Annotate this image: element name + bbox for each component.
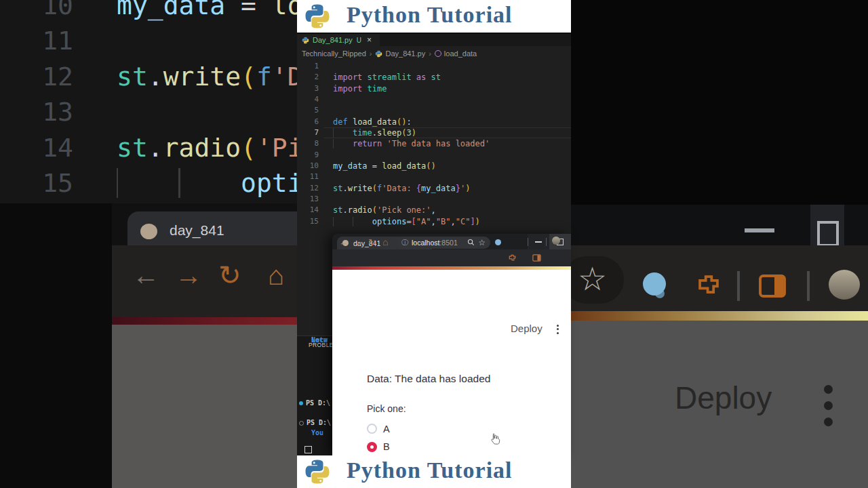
code-line: 12st.write(f'Data: {my_data}')	[297, 183, 571, 194]
code-token: opti	[241, 168, 297, 198]
line-number: 15	[297, 216, 319, 227]
code-token: load_data	[382, 161, 426, 171]
data-output-text: Data: The data has loaded	[367, 373, 490, 385]
code-token: ,	[450, 217, 455, 226]
screenshot-stage: 10my_data = loa1112st.write(f'Da1314st.r…	[0, 0, 868, 488]
code-token: }	[456, 184, 460, 193]
code-token: :	[406, 117, 411, 127]
code-token: st	[333, 205, 342, 215]
background-editor-left: 10my_data = loa1112st.write(f'Da1314st.r…	[0, 0, 297, 203]
bookmark-star-icon: ☆	[578, 263, 607, 296]
forward-icon[interactable]: →	[354, 237, 363, 248]
code-token: write	[163, 62, 241, 92]
code-token: def	[333, 117, 348, 127]
background-deploy-label: Deploy	[675, 380, 772, 416]
breadcrumb-symbol[interactable]: load_data	[444, 49, 477, 58]
terminal-bullet-icon	[299, 421, 304, 426]
code-text: time.sleep(3)	[333, 127, 416, 138]
radio-option[interactable]: B	[367, 441, 390, 452]
kebab-menu-icon[interactable]	[557, 325, 559, 336]
favicon-icon	[140, 224, 157, 239]
radio-selected-icon[interactable]	[367, 442, 377, 452]
kebab-menu-icon	[824, 418, 833, 426]
code-text: import time	[333, 83, 387, 94]
line-number: 1	[297, 61, 319, 72]
code-token: (	[401, 128, 406, 138]
reload-icon: ↻	[218, 262, 241, 289]
side-panel-icon[interactable]	[532, 253, 542, 263]
line-number: 4	[297, 94, 319, 105]
code-line: 13	[297, 194, 571, 205]
radio-option-label: A	[383, 424, 390, 434]
code-token: 'Da	[272, 62, 297, 92]
code-token: radio	[348, 205, 372, 215]
site-info-icon[interactable]: ⓘ	[401, 238, 408, 247]
code-line: 6def load_data():	[297, 117, 571, 127]
code-token	[382, 139, 387, 148]
breadcrumb[interactable]: Technically_Ripped › Day_841.py › load_d…	[297, 46, 571, 61]
code-token: time	[368, 84, 387, 94]
code-token: )	[412, 128, 416, 138]
radio-option[interactable]: A	[367, 424, 390, 434]
code-editor[interactable]: 12import streamlit as st3import time456d…	[297, 61, 571, 227]
home-icon[interactable]: ⌂	[382, 237, 388, 248]
code-line: 15 options=["A","B","C"])	[297, 216, 571, 227]
breadcrumb-file[interactable]: Day_841.py	[385, 49, 425, 58]
line-number: 3	[297, 83, 319, 94]
code-line: 14st.radio('Pick one:',	[297, 205, 571, 216]
code-token: load_data	[353, 117, 397, 127]
profile-badge-icon	[643, 272, 666, 296]
hand-cursor-icon	[490, 432, 501, 445]
background-code-line: 11	[0, 23, 117, 58]
terminal-text: PS D:\	[307, 419, 331, 427]
line-number: 13	[297, 194, 319, 205]
radio-unselected-icon[interactable]	[367, 424, 377, 434]
terminal-panel: PROBLEMS PS D:\PS D:\YouLocaNetw	[297, 336, 332, 455]
code-token: st	[333, 184, 342, 193]
code-token: 'Data:	[382, 184, 416, 193]
profile-badge-icon[interactable]	[495, 239, 501, 245]
maximize-icon	[817, 221, 839, 247]
radio-group-label: Pick one:	[367, 403, 406, 414]
breadcrumb-folder[interactable]: Technically_Ripped	[302, 49, 366, 58]
extensions-icon[interactable]	[507, 253, 517, 263]
symbol-icon	[435, 50, 441, 57]
back-icon[interactable]: ←	[339, 237, 348, 248]
line-number: 15	[0, 165, 73, 201]
tab-filename: Day_841.py	[313, 36, 353, 44]
close-icon[interactable]: ×	[367, 35, 372, 45]
zoom-icon[interactable]	[467, 239, 475, 246]
terminal-indent	[299, 338, 309, 342]
editor-tab[interactable]: Day_841.py U ×	[297, 34, 380, 46]
url-port: :8501	[439, 239, 457, 247]
code-line: 3import time	[297, 83, 571, 94]
code-token: .	[342, 205, 347, 215]
minimize-icon[interactable]	[535, 241, 542, 243]
line-number: 12	[297, 183, 319, 194]
line-number: 7	[297, 127, 319, 138]
deploy-button[interactable]: Deploy	[511, 323, 542, 334]
code-token: ,	[431, 205, 436, 215]
line-number: 6	[297, 117, 319, 127]
background-code-line: 13	[0, 94, 117, 129]
code-text: import streamlit as st	[333, 72, 441, 83]
python-file-icon	[375, 50, 382, 58]
code-text: my_data = load_data()	[333, 161, 436, 171]
code-text: def load_data():	[333, 117, 412, 127]
radio-option-label: B	[383, 441, 390, 452]
code-line: 4	[297, 94, 571, 105]
code-token: =	[368, 161, 382, 171]
address-bar[interactable]: ⓘ localhost:8501 ☆	[396, 237, 490, 249]
reload-icon[interactable]: ↻	[368, 237, 376, 248]
terminal-indent	[299, 431, 309, 435]
code-token: radio	[163, 133, 241, 163]
code-line: 10my_data = load_data()	[297, 161, 571, 171]
profile-avatar[interactable]	[552, 237, 560, 245]
code-token: ()	[397, 117, 406, 127]
bookmark-star-icon[interactable]: ☆	[478, 238, 486, 247]
terminal-text: Netw	[311, 336, 328, 344]
scrollbar-handle	[304, 446, 312, 453]
line-number: 14	[297, 205, 319, 216]
url-text[interactable]: localhost:8501	[412, 239, 458, 247]
background-code-line: 12st.write(f'Da	[0, 59, 297, 94]
